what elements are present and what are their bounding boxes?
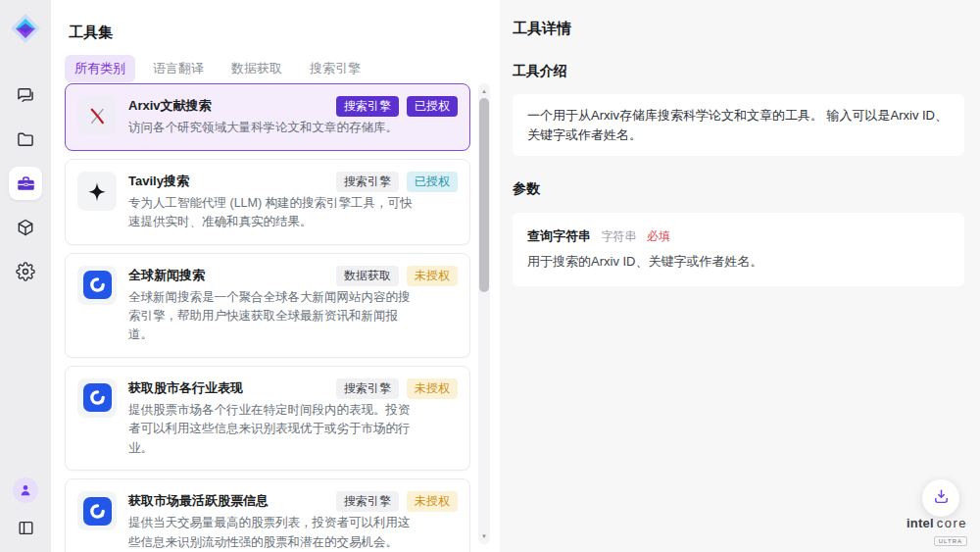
folder-icon xyxy=(16,129,35,149)
panel-toggle-icon[interactable] xyxy=(14,516,37,539)
tag-已授权: 已授权 xyxy=(407,172,458,192)
card-tags: 搜索引擎已授权 xyxy=(336,172,458,192)
tag-搜索引擎: 搜索引擎 xyxy=(336,96,399,117)
tag-搜索引擎: 搜索引擎 xyxy=(336,491,399,512)
nav-folder-icon[interactable] xyxy=(9,123,42,156)
nav-toolbox-icon[interactable] xyxy=(9,167,42,200)
category-tab-0[interactable]: 所有类别 xyxy=(65,55,135,82)
news-logo-icon xyxy=(77,491,117,530)
news-logo-icon xyxy=(77,266,117,305)
tool-detail-panel: 工具详情 工具介绍 一个用于从Arxiv存储库搜索科学论文和文章的工具。 输入可… xyxy=(500,0,980,552)
param-header: 查询字符串 字符串 必填 xyxy=(527,226,950,245)
param-box: 查询字符串 字符串 必填 用于搜索的Arxiv ID、关键字或作者姓名。 xyxy=(513,213,964,286)
card-description: 提供股票市场各个行业在特定时间段内的表现。投资者可以利用这些信息来识别表现优于或… xyxy=(128,401,416,458)
cube-icon xyxy=(16,218,35,237)
sparkle-icon xyxy=(77,172,117,211)
tool-card-2[interactable]: 全球新闻搜索全球新闻搜索是一个聚合全球各大新闻网站内容的搜索引擎，帮助用户快速获… xyxy=(65,253,470,358)
param-name: 查询字符串 xyxy=(527,228,591,243)
intro-heading: 工具介绍 xyxy=(513,63,964,80)
param-required-badge: 必填 xyxy=(647,229,670,243)
nav-gear-icon[interactable] xyxy=(9,255,42,288)
chat-icon xyxy=(16,85,35,105)
tag-搜索引擎: 搜索引擎 xyxy=(336,378,399,399)
intro-text: 一个用于从Arxiv存储库搜索科学论文和文章的工具。 输入可以是Arxiv ID… xyxy=(527,108,948,142)
tool-card-list: Arxiv文献搜索访问各个研究领域大量科学论文和文章的存储库。搜索引擎已授权Ta… xyxy=(65,83,470,552)
scrollbar[interactable]: ▲ ▼ xyxy=(478,83,490,544)
download-button[interactable] xyxy=(922,479,959,517)
app-sidebar xyxy=(0,0,51,552)
category-tab-2[interactable]: 数据获取 xyxy=(221,55,292,82)
download-icon xyxy=(932,487,951,509)
tool-card-1[interactable]: Tavily搜索专为人工智能代理 (LLM) 构建的搜索引擎工具，可快速提供实时… xyxy=(65,159,470,245)
tag-数据获取: 数据获取 xyxy=(336,266,399,286)
card-tags: 搜索引擎已授权 xyxy=(336,96,458,117)
scrollbar-thumb[interactable] xyxy=(479,98,489,292)
card-tags: 数据获取未授权 xyxy=(336,266,458,286)
card-tags: 搜索引擎未授权 xyxy=(336,491,458,512)
category-tab-3[interactable]: 搜索引擎 xyxy=(300,55,370,82)
tool-card-3[interactable]: 获取股市各行业表现提供股票市场各个行业在特定时间段内的表现。投资者可以利用这些信… xyxy=(65,366,470,471)
card-description: 访问各个研究领域大量科学论文和文章的存储库。 xyxy=(128,119,398,137)
core-wordmark: core xyxy=(937,516,967,530)
card-description: 专为人工智能代理 (LLM) 构建的搜索引擎工具，可快速提供实时、准确和真实的结… xyxy=(128,194,416,232)
intel-core-logo: intelcore ultra xyxy=(906,515,967,546)
ultra-badge: ultra xyxy=(934,536,967,546)
card-description: 提供当天交易量最高的股票列表，投资者可以利用这些信息来识别流动性强的股票和潜在的… xyxy=(128,514,416,552)
user-avatar-icon[interactable] xyxy=(13,477,38,503)
nav-cube-icon[interactable] xyxy=(9,211,42,244)
arxiv-logo-icon xyxy=(77,96,117,135)
category-tabs: 所有类别语言翻译数据获取搜索引擎 xyxy=(65,55,370,82)
param-type: 字符串 xyxy=(601,229,636,243)
tag-已授权: 已授权 xyxy=(407,96,458,117)
sidebar-bottom xyxy=(13,477,38,552)
news-logo-icon xyxy=(77,378,117,418)
diamond-gem-icon xyxy=(9,12,42,45)
tag-未授权: 未授权 xyxy=(407,378,458,399)
scroll-up-icon[interactable]: ▲ xyxy=(478,85,490,97)
tag-未授权: 未授权 xyxy=(407,266,458,286)
tools-title: 工具集 xyxy=(69,24,113,42)
intel-wordmark: intel xyxy=(906,516,934,530)
scroll-down-icon[interactable]: ▼ xyxy=(478,530,490,542)
tools-panel: 工具集 所有类别语言翻译数据获取搜索引擎 Arxiv文献搜索访问各个研究领域大量… xyxy=(51,0,500,552)
nav-chat-icon[interactable] xyxy=(9,78,42,112)
card-description: 全球新闻搜索是一个聚合全球各大新闻网站内容的搜索引擎，帮助用户快速获取全球最新资… xyxy=(128,288,416,345)
tool-card-0[interactable]: Arxiv文献搜索访问各个研究领域大量科学论文和文章的存储库。搜索引擎已授权 xyxy=(65,83,470,151)
param-desc: 用于搜索的Arxiv ID、关键字或作者姓名。 xyxy=(527,253,950,271)
sidebar-nav xyxy=(9,78,42,288)
detail-title: 工具详情 xyxy=(513,20,964,38)
gear-icon xyxy=(16,262,35,281)
params-heading: 参数 xyxy=(513,180,964,198)
tool-card-4[interactable]: 获取市场最活跃股票信息提供当天交易量最高的股票列表，投资者可以利用这些信息来识别… xyxy=(65,478,470,552)
card-tags: 搜索引擎未授权 xyxy=(336,378,458,399)
toolbox-icon xyxy=(16,174,36,194)
tag-未授权: 未授权 xyxy=(407,491,458,512)
tag-搜索引擎: 搜索引擎 xyxy=(336,172,399,192)
intro-box: 一个用于从Arxiv存储库搜索科学论文和文章的工具。 输入可以是Arxiv ID… xyxy=(513,94,964,156)
category-tab-1[interactable]: 语言翻译 xyxy=(143,55,214,82)
